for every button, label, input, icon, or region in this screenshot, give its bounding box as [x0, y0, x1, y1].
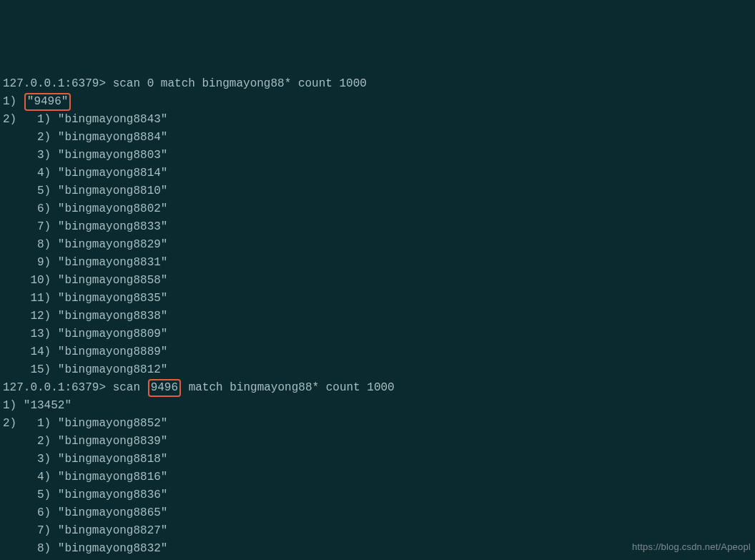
item-index: 4) [3, 167, 58, 180]
result-value: "bingmayong8835" [58, 292, 168, 305]
terminal-output[interactable]: 127.0.0.1:6379> scan 0 match bingmayong8… [3, 75, 755, 560]
redis-prompt: 127.0.0.1:6379> [3, 379, 106, 397]
result-index: 1) [3, 93, 24, 111]
item-index: 10) [3, 274, 58, 287]
result-value: "bingmayong8838" [58, 310, 168, 323]
scan-command-1: scan 0 match bingmayong88* count 1000 [106, 77, 367, 90]
result-value: "bingmayong8803" [58, 149, 168, 162]
scan-cursor-arg: 9496 [151, 381, 178, 394]
item-index: 5) [3, 488, 58, 501]
scan-cmd2-pre: scan [106, 379, 147, 397]
item-index: 1) [30, 417, 57, 430]
result-value: "bingmayong8889" [58, 345, 168, 358]
result-value: "bingmayong8818" [58, 453, 168, 466]
scan-cmd2-post: match bingmayong88* count 1000 [182, 379, 395, 397]
result-value: "bingmayong8836" [58, 488, 168, 501]
result-value: "bingmayong8832" [58, 542, 168, 555]
result-value: "bingmayong8852" [58, 417, 168, 430]
result-value: "bingmayong8843" [58, 113, 168, 126]
result-value: "bingmayong8865" [58, 506, 168, 519]
result-value: "bingmayong8812" [58, 363, 168, 376]
item-index: 6) [3, 202, 58, 215]
item-index: 5) [3, 185, 58, 197]
item-index: 12) [3, 310, 58, 323]
item-index: 8) [3, 238, 58, 251]
item-index: 1) [30, 113, 57, 126]
redis-prompt: 127.0.0.1:6379> [3, 77, 106, 90]
item-index: 14) [3, 345, 58, 358]
item-index: 2) [3, 131, 58, 144]
item-index: 15) [3, 363, 58, 376]
highlight-cursor-9496: "9496" [24, 93, 71, 111]
item-index: 11) [3, 292, 58, 305]
item-index: 8) [3, 542, 58, 555]
item-index: 4) [3, 471, 58, 483]
item-index: 7) [3, 220, 58, 233]
result-value: "bingmayong8829" [58, 238, 168, 251]
result-value: "bingmayong8833" [58, 220, 168, 233]
cursor-value-2: "13452" [16, 399, 71, 412]
result-value: "bingmayong8839" [58, 435, 168, 448]
result-value: "bingmayong8814" [58, 167, 168, 180]
item-index: 3) [3, 149, 58, 162]
result-index: 1) [3, 399, 16, 412]
item-index: 7) [3, 524, 58, 537]
result-value: "bingmayong8816" [58, 471, 168, 483]
highlight-scan-cursor: 9496 [148, 379, 181, 397]
result-value: "bingmayong8827" [58, 524, 168, 537]
result-value: "bingmayong8810" [58, 185, 168, 197]
item-index: 6) [3, 506, 58, 519]
item-index: 3) [3, 453, 58, 466]
result-value: "bingmayong8831" [58, 256, 168, 269]
result-value: "bingmayong8884" [58, 131, 168, 144]
list-indicator: 2) [3, 113, 30, 126]
item-index: 9) [3, 256, 58, 269]
result-value: "bingmayong8802" [58, 202, 168, 215]
item-index: 2) [3, 435, 58, 448]
result-value: "bingmayong8858" [58, 274, 168, 287]
watermark-text: https://blog.csdn.net/Apeopl [632, 538, 751, 556]
item-index: 13) [3, 328, 58, 340]
cursor-value-1: "9496" [27, 95, 69, 108]
result-value: "bingmayong8809" [58, 328, 168, 340]
list-indicator: 2) [3, 417, 30, 430]
